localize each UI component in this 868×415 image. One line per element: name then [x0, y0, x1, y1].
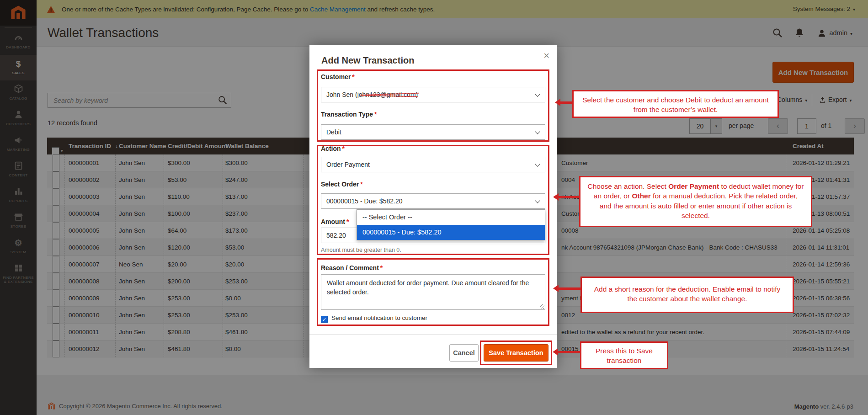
annotation-arrow-to-order-select	[559, 196, 579, 198]
required-asterisk: *	[380, 264, 383, 271]
customer-select[interactable]: John Sen (john123@gmail.com)	[321, 87, 545, 102]
annotation-action-order: Choose an action. Select Order Payment t…	[579, 176, 812, 227]
cancel-button[interactable]: Cancel	[449, 344, 479, 362]
annotation-arrow-to-customer	[560, 101, 572, 104]
chevron-down-icon	[535, 198, 540, 203]
order-select[interactable]: 000000015 - Due: $582.20	[321, 193, 545, 209]
transaction-type-label: Transaction Type*	[321, 111, 377, 118]
required-asterisk: *	[352, 73, 354, 80]
select-order-label: Select Order*	[321, 181, 363, 188]
annotation-arrow-to-save	[558, 351, 580, 353]
required-asterisk: *	[342, 145, 345, 152]
amount-label: Amount*	[321, 218, 349, 225]
modal-close-icon[interactable]: ×	[543, 50, 549, 62]
customer-label: Customer*	[321, 73, 355, 80]
reason-comment-label: Reason / Comment*	[321, 264, 383, 271]
annotation-save: Press this to Save transaction	[580, 341, 668, 369]
magento-admin-page: DASHBOARD $ SALES CATALOG CUSTOMERS MARK…	[0, 0, 868, 415]
required-asterisk: *	[346, 218, 349, 225]
annotation-reason-email: Add a short reason for the deduction. En…	[580, 277, 794, 313]
transaction-type-select[interactable]: Debit	[321, 124, 545, 140]
chevron-down-icon	[535, 91, 540, 96]
annotation-customer-debit: Select the customer and choose Debit to …	[572, 90, 779, 118]
order-dropdown-list: -- Select Order --000000015 - Due: $582.…	[357, 209, 545, 240]
chevron-down-icon	[535, 161, 540, 166]
annotation-arrow-to-reason	[559, 287, 580, 290]
action-label: Action*	[321, 145, 345, 152]
order-dropdown-option[interactable]: 000000015 - Due: $582.20	[357, 225, 545, 240]
save-transaction-button[interactable]: Save Transaction	[484, 344, 548, 362]
email-notification-checkbox[interactable]: ✓	[321, 316, 328, 323]
action-select[interactable]: Order Payment	[321, 157, 545, 172]
email-notification-label: Send email notification to customer	[331, 314, 427, 321]
chevron-down-icon	[535, 129, 540, 134]
amount-helper-text: Amount must be greater than 0.	[321, 247, 401, 253]
modal-footer-divider	[309, 334, 557, 335]
reason-comment-textarea[interactable]: Wallet amount deducted for order payment…	[321, 274, 545, 310]
required-asterisk: *	[374, 111, 377, 118]
add-new-transaction-modal: Add New Transaction × Customer* John Sen…	[309, 45, 557, 368]
modal-title: Add New Transaction	[321, 55, 414, 66]
email-notification-option[interactable]: ✓Send email notification to customer	[321, 314, 427, 322]
order-dropdown-option[interactable]: -- Select Order --	[357, 210, 545, 225]
required-asterisk: *	[360, 181, 362, 188]
